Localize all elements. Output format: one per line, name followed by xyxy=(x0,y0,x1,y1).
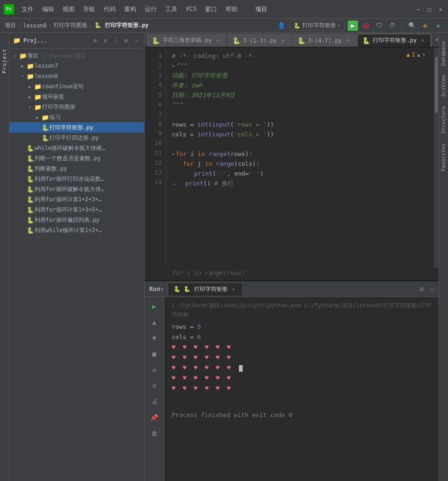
tab-1-3[interactable]: 🐍 3-(1-3).py ✕ xyxy=(227,34,291,47)
tree-nested-loop[interactable]: ▶ 📁 循环嵌套 xyxy=(9,92,144,102)
code-line-13: print('♡', end=' ') xyxy=(172,169,428,179)
tree-while1[interactable]: 🐍 while循环破解令狐大侠难… xyxy=(9,143,144,153)
run-down-btn[interactable]: ▼ xyxy=(148,332,161,345)
menu-edit[interactable]: 编辑 xyxy=(38,4,58,14)
tree-for4[interactable]: 🐍 利用for循环遍历列表.py xyxy=(9,215,144,225)
tree-char-print-label: 打印字符图形 xyxy=(42,103,76,111)
panel-icon-1[interactable]: ⊕ xyxy=(91,36,99,45)
run-content-area: ▶ ▲ ▼ ■ ⇄ ≡ 🖨 📌 🗑 L:\Pycharm\项目\venv\Scr… xyxy=(145,297,439,481)
code-line-1: # -*- coding: utf-8 -*- xyxy=(172,51,428,61)
tab-rect[interactable]: 🐍 打印字符矩形.py ✕ xyxy=(357,34,431,47)
tree-lesson8[interactable]: ▾ 📁 lesson8 xyxy=(9,71,144,81)
favorites-side-label[interactable]: Favorites xyxy=(441,143,447,171)
tree-char-print[interactable]: ▾ 📁 打印字符图形 xyxy=(9,102,144,112)
run-hearts-5: ♥ ♥ ♥ ♥ ♥ ♥ xyxy=(172,383,431,394)
run-config-dropdown[interactable]: 🐍 打印字符矩形 ▾ xyxy=(289,20,345,31)
run-clear-btn[interactable]: 🗑 xyxy=(148,427,161,440)
tab-4-7-close[interactable]: ✕ xyxy=(344,37,351,44)
tab-draft-close[interactable]: ✕ xyxy=(215,37,221,44)
run-pin-btn[interactable]: 📌 xyxy=(148,411,161,424)
breadcrumb-project[interactable]: 项目 xyxy=(5,21,16,29)
breadcrumb-file[interactable]: 🐍 打印字符矩形.py xyxy=(94,21,148,29)
tab-4-7[interactable]: 🐍 3-(4-7).py ✕ xyxy=(292,34,356,47)
tree-rect-file-label: 打印字符矩形.py xyxy=(49,124,93,132)
breadcrumb-folder[interactable]: 打印字符图形 xyxy=(54,21,87,29)
panel-icon-close[interactable]: — xyxy=(132,36,140,45)
run-wrap-btn[interactable]: ⇄ xyxy=(148,363,161,376)
tree-while2[interactable]: 🐍 利用while循环计算1+2+… xyxy=(9,225,144,235)
tree-parallel-file[interactable]: 🐍 打印平行四边形.py xyxy=(9,133,144,143)
extras-btn[interactable]: ★ xyxy=(433,21,443,31)
tab-draft[interactable]: 🐍 字符三角形草稿.py ✕ xyxy=(147,34,226,47)
database-side-label[interactable]: Database xyxy=(441,41,447,66)
panel-icon-3[interactable]: ⋮ xyxy=(112,36,120,45)
tree-practice-label: 练习 xyxy=(49,113,61,121)
tree-nested-loop-label: 循环嵌套 xyxy=(42,93,64,101)
tree-for1[interactable]: 🐍 利用for循环破解令狐大侠… xyxy=(9,184,144,194)
tree-prime1[interactable]: 🐍 判断一个数是否是素数.py xyxy=(9,153,144,163)
close-btn[interactable]: ✕ xyxy=(437,6,444,13)
tree-practice[interactable]: ▶ 📁 练习 xyxy=(9,112,144,122)
menu-vcs[interactable]: VCS xyxy=(182,4,200,14)
project-side-label[interactable]: Project xyxy=(1,49,7,73)
run-print-btn[interactable]: 🖨 xyxy=(148,395,161,408)
run-play-btn[interactable]: ▶ xyxy=(148,300,161,313)
tab-rect-close[interactable]: ✕ xyxy=(420,37,426,44)
tree-for3[interactable]: 🐍 利用for循环计算1+3+5+… xyxy=(9,205,144,215)
run-output: L:\Pycharm\项目\venv\Scripts\python.exe L:… xyxy=(164,297,439,481)
tree-for2-label: 利用for循环计算1+2+3+… xyxy=(35,196,102,204)
menu-code[interactable]: 代码 xyxy=(100,4,119,14)
tabs-more-btn[interactable]: ▾ xyxy=(432,36,439,43)
tree-narcissus[interactable]: 🐍 利用for循环打印水仙花数… xyxy=(9,174,144,184)
menu-refactor[interactable]: 重构 xyxy=(120,4,140,14)
editor-scrollbar[interactable] xyxy=(434,48,439,268)
menu-run[interactable]: 运行 xyxy=(141,4,161,14)
tree-prime2[interactable]: 🐍 判断素数.py xyxy=(9,163,144,174)
structure-side-label[interactable]: Structure xyxy=(441,106,447,134)
run-gear-btn[interactable]: ⚙ xyxy=(420,285,423,293)
sciview-side-label[interactable]: SciView xyxy=(441,75,447,97)
panel-icon-gear[interactable]: ⚙ xyxy=(122,36,130,45)
panel-icon-2[interactable]: ≡ xyxy=(101,36,110,45)
menu-navigate[interactable]: 导航 xyxy=(79,4,99,14)
add-btn[interactable]: + xyxy=(420,21,430,31)
code-content[interactable]: ▲ 2 ▲ ▾ # -*- coding: utf-8 -*- ▾""" 功能:… xyxy=(166,48,434,268)
menu-tools[interactable]: 工具 xyxy=(161,4,181,14)
line-numbers: 1 2 3 4 5 6 7 8 9 10 11 12 13 14 xyxy=(145,48,166,268)
tree-root[interactable]: ▾ 📁 项目 L:\Pycharm\项目 xyxy=(9,50,144,61)
run-minimize-btn[interactable]: — xyxy=(430,285,434,293)
tree-countinue[interactable]: ▶ 📁 countinue语句 xyxy=(9,81,144,92)
run-hearts-3: ♥ ♥ ♥ ♥ ♥ ♥ xyxy=(172,363,431,373)
project-panel-title: Proj... xyxy=(23,37,47,44)
coverage-btn[interactable]: 🛡 xyxy=(374,21,384,31)
menu-view[interactable]: 视图 xyxy=(59,4,78,14)
menu-file[interactable]: 文件 xyxy=(18,4,37,14)
project-panel: 📁 Proj... ⊕ ≡ ⋮ ⚙ — ▾ 📁 项目 L:\Pycharm\项目 xyxy=(9,33,145,481)
run-up-btn[interactable]: ▲ xyxy=(148,316,161,329)
tab-1-3-label: 3-(1-3).py xyxy=(243,37,277,44)
run-tab-close[interactable]: ✕ xyxy=(231,286,237,292)
menu-project-title: 项目 xyxy=(252,4,271,14)
app-logo: Pc xyxy=(4,4,14,14)
project-panel-header: 📁 Proj... ⊕ ≡ ⋮ ⚙ — xyxy=(9,33,144,49)
tree-lesson7[interactable]: ▶ 📁 lesson7 xyxy=(9,61,144,71)
menu-bar: 文件 编辑 视图 导航 代码 重构 运行 工具 VCS 窗口 帮助 项目 xyxy=(18,4,414,14)
tree-rect-file[interactable]: 🐍 打印字符矩形.py xyxy=(9,122,144,133)
breadcrumb-lesson8[interactable]: lesson8 xyxy=(23,22,47,29)
run-indent-btn[interactable]: ≡ xyxy=(148,379,161,392)
vcs-user-btn[interactable]: 👤 xyxy=(276,21,287,31)
tab-1-3-close[interactable]: ✕ xyxy=(280,37,286,44)
run-stop-btn[interactable]: ■ xyxy=(148,347,161,361)
run-tab[interactable]: 🐍 🐍 打印字符矩形 ✕ xyxy=(168,283,243,296)
maximize-btn[interactable]: □ xyxy=(426,6,433,13)
menu-window[interactable]: 窗口 xyxy=(201,4,221,14)
debug-btn[interactable]: 🐞 xyxy=(361,21,371,31)
search-btn[interactable]: 🔍 xyxy=(407,21,417,31)
run-button[interactable]: ▶ xyxy=(348,21,358,31)
menu-help[interactable]: 帮助 xyxy=(222,4,241,14)
tree-for2[interactable]: 🐍 利用for循环计算1+2+3+… xyxy=(9,194,144,205)
profile-btn[interactable]: ⏱ xyxy=(387,21,397,31)
editor-area[interactable]: 1 2 3 4 5 6 7 8 9 10 11 12 13 14 xyxy=(145,48,439,268)
minimize-btn[interactable]: — xyxy=(414,6,422,13)
editor-scrollbar-thumb[interactable] xyxy=(435,57,438,113)
